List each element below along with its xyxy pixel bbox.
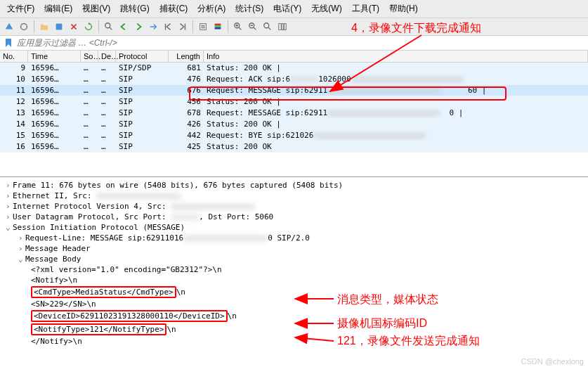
go-to-icon[interactable] [147, 20, 159, 33]
detail-xml-notifytype[interactable]: <NotifyType>121</NotifyType>\n [6, 323, 582, 336]
zoom-out-icon[interactable] [247, 20, 259, 33]
close-icon[interactable] [67, 20, 80, 33]
svg-rect-11 [282, 24, 284, 30]
packet-row[interactable]: 1116596………SIP676Request: MESSAGE sip:629… [0, 85, 588, 96]
menu-file[interactable]: 文件(F) [3, 1, 39, 16]
menu-capture[interactable]: 捕获(C) [155, 1, 192, 16]
detail-request-line[interactable]: ›Request-Line: MESSAGE sip:629110160 SIP… [6, 233, 582, 243]
toolbar-separator [192, 20, 193, 33]
resize-columns-icon[interactable] [276, 20, 289, 33]
toolbar [0, 18, 588, 36]
menu-telephony[interactable]: 电话(Y) [269, 1, 306, 16]
svg-rect-1 [56, 24, 63, 30]
watermark: CSDN @chexlong [521, 357, 584, 366]
colorize-icon[interactable] [211, 20, 224, 33]
menu-help[interactable]: 帮助(H) [385, 1, 422, 16]
detail-sip[interactable]: ⌄Session Initiation Protocol (MESSAGE) [6, 222, 582, 233]
save-icon[interactable] [53, 20, 65, 33]
detail-xml-notify-open[interactable]: <Notify>\n [6, 275, 582, 285]
detail-ip[interactable]: ›Internet Protocol Version 4, Src: [6, 201, 582, 212]
packet-row[interactable]: 1016596………SIP476Request: ACK sip:6102600… [0, 74, 588, 85]
svg-rect-12 [285, 24, 287, 30]
menu-statistics[interactable]: 统计(S) [231, 1, 268, 16]
display-filter-input[interactable] [17, 38, 585, 48]
svg-point-2 [105, 23, 110, 28]
col-header-len[interactable]: Length [169, 51, 204, 62]
packet-row[interactable]: 1616596………SIP425Status: 200 OK [0, 141, 588, 153]
toolbar-separator [98, 20, 99, 33]
capture-options-icon[interactable] [18, 20, 30, 33]
go-last-icon[interactable] [176, 20, 189, 33]
open-icon[interactable] [38, 20, 51, 33]
zoom-reset-icon[interactable] [261, 20, 274, 33]
packet-list[interactable]: No. Time So… De… Protocol Length Info 91… [0, 51, 588, 177]
detail-frame[interactable]: ›Frame 11: 676 bytes on wire (5408 bits)… [6, 180, 582, 191]
shark-fin-icon[interactable] [3, 20, 15, 33]
go-back-icon[interactable] [117, 20, 130, 33]
detail-message-body[interactable]: ⌄Message Body [6, 254, 582, 264]
go-forward-icon[interactable] [132, 20, 145, 33]
reload-icon[interactable] [82, 20, 95, 33]
menu-wireless[interactable]: 无线(W) [307, 1, 346, 16]
col-header-time[interactable]: Time [28, 51, 81, 62]
packet-details[interactable]: ›Frame 11: 676 bytes on wire (5408 bits)… [0, 177, 588, 367]
toolbar-separator [228, 20, 228, 33]
svg-point-9 [264, 23, 269, 28]
menu-tools[interactable]: 工具(T) [348, 1, 384, 16]
detail-xml-notify-close[interactable]: </Notify>\n [6, 336, 582, 347]
auto-scroll-icon[interactable] [197, 20, 209, 33]
svg-point-0 [21, 24, 27, 30]
detail-udp[interactable]: ›User Datagram Protocol, Src Port: , Dst… [6, 212, 582, 222]
detail-ethernet[interactable]: ›Ethernet II, Src: [6, 191, 582, 201]
packet-row[interactable]: 1316596………SIP678Request: MESSAGE sip:629… [0, 108, 588, 119]
bookmark-icon[interactable] [3, 37, 14, 49]
col-header-dst[interactable]: De… [98, 51, 116, 62]
packet-list-header: No. Time So… De… Protocol Length Info [0, 51, 588, 63]
filter-bar [0, 36, 588, 51]
packet-row[interactable]: 916596………SIP/SDP681Status: 200 OK | [0, 63, 588, 74]
menu-analyze[interactable]: 分析(A) [193, 1, 230, 16]
packet-row[interactable]: 1216596………SIP456Status: 200 OK | [0, 96, 588, 108]
svg-rect-5 [215, 25, 221, 27]
col-header-no[interactable]: No. [0, 51, 28, 62]
svg-rect-4 [215, 24, 221, 26]
detail-xml-cmdtype[interactable]: <CmdType>MediaStatus</CmdType>\n [6, 285, 582, 299]
go-first-icon[interactable] [162, 20, 174, 33]
detail-xml-sn[interactable]: <SN>229</SN>\n [6, 299, 582, 309]
detail-xml-decl[interactable]: <?xml version="1.0" encoding="GB2312"?>\… [6, 264, 582, 275]
svg-rect-6 [215, 27, 221, 30]
zoom-in-icon[interactable] [232, 20, 244, 33]
menu-view[interactable]: 视图(V) [78, 1, 115, 16]
col-header-proto[interactable]: Protocol [116, 51, 169, 62]
col-header-src[interactable]: So… [81, 51, 98, 62]
menu-edit[interactable]: 编辑(E) [40, 1, 77, 16]
packet-row[interactable]: 1516596………SIP442Request: BYE sip:621026 [0, 130, 588, 141]
menu-bar: 文件(F) 编辑(E) 视图(V) 跳转(G) 捕获(C) 分析(A) 统计(S… [0, 0, 588, 18]
col-header-info[interactable]: Info [204, 51, 588, 62]
packet-row[interactable]: 1416596………SIP426Status: 200 OK | [0, 119, 588, 130]
detail-message-header[interactable]: ›Message Header [6, 243, 582, 254]
detail-xml-deviceid[interactable]: <DeviceID>62911023191328000110</DeviceID… [6, 309, 582, 323]
find-icon[interactable] [103, 20, 115, 33]
menu-go[interactable]: 跳转(G) [116, 1, 153, 16]
svg-rect-10 [279, 24, 282, 30]
toolbar-separator [34, 20, 34, 33]
